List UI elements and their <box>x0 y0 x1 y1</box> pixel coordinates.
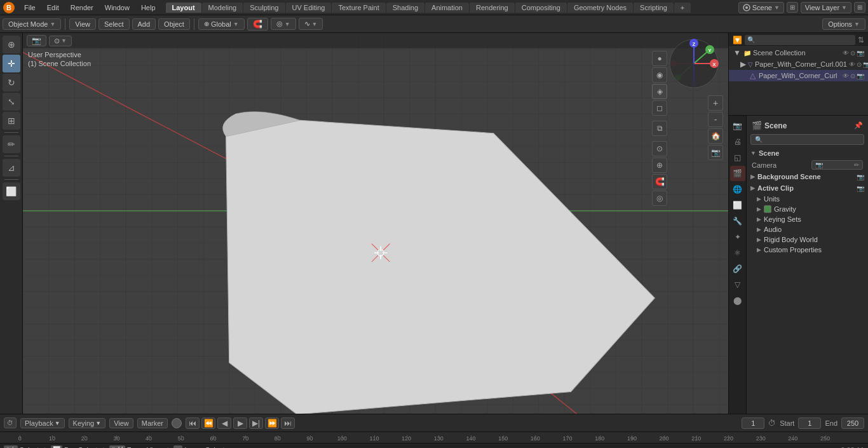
props-output-icon-btn[interactable]: 🖨 <box>730 134 745 149</box>
viewport-overlays-btn[interactable]: ⊙ ▼ <box>49 36 72 46</box>
vp-gizmo-btn[interactable]: ⊕ <box>652 158 667 173</box>
item1-render-icon[interactable]: 📷 <box>857 72 864 79</box>
vp-shading-wireframe-btn[interactable]: ◻ <box>652 100 667 116</box>
workspace-tab-sculpting[interactable]: Sculpting <box>243 3 285 13</box>
move-tool-btn[interactable]: ✛ <box>3 55 20 72</box>
snap-toggle[interactable]: 🧲 <box>247 18 268 31</box>
start-frame-input[interactable]: 1 <box>798 417 821 429</box>
transform-tool-btn[interactable]: ⊞ <box>3 112 20 130</box>
workspace-tab-rendering[interactable]: Rendering <box>470 3 515 13</box>
props-search-bar[interactable]: 🔍 <box>750 134 864 145</box>
menu-help[interactable]: Help <box>136 3 161 13</box>
graph-btn[interactable]: ∿ ▼ <box>299 18 323 30</box>
camera-view-btn[interactable]: 📷 <box>708 145 723 160</box>
vp-overlay-btn[interactable]: ⊙ <box>652 141 667 156</box>
prev-keyframe-btn[interactable]: ◀ <box>217 417 231 429</box>
vp-shading-solid-btn[interactable]: ● <box>652 51 667 66</box>
viewport-camera-btn[interactable]: 📷 <box>27 35 46 46</box>
transform-orientation[interactable]: ⊕ Global ▼ <box>198 18 245 30</box>
jump-start-btn[interactable]: ⏮ <box>186 417 200 429</box>
step-forward-btn[interactable]: ⏩ <box>265 417 279 429</box>
current-frame-input[interactable]: 1 <box>742 417 764 429</box>
add-workspace-btn[interactable]: + <box>674 3 691 13</box>
workspace-tab-layout[interactable]: Layout <box>166 3 201 13</box>
scene-toggle-btn[interactable]: ⊞ <box>787 2 798 13</box>
menu-render[interactable]: Render <box>65 3 98 13</box>
vp-shading-rendered-btn[interactable]: ◈ <box>652 84 667 99</box>
play-btn[interactable]: ▶ <box>233 417 247 429</box>
mode-selector[interactable]: Object Mode ▼ <box>3 18 61 30</box>
jump-end-btn[interactable]: ⏭ <box>281 417 295 429</box>
add-cube-tool-btn[interactable]: ⬜ <box>3 182 20 200</box>
scale-tool-btn[interactable]: ⤡ <box>3 93 20 111</box>
record-btn[interactable] <box>172 418 182 428</box>
camera-icon[interactable]: 📷 <box>857 50 864 57</box>
vp-shading-material-btn[interactable]: ◉ <box>652 67 667 83</box>
item0-select-icon[interactable]: ⊙ <box>857 61 862 68</box>
background-scene-section-header[interactable]: ▶ Background Scene 📷 <box>747 171 868 182</box>
select-menu[interactable]: Select <box>98 18 130 30</box>
outliner-item-0[interactable]: ▶ ▽ Paper_With_Corner_Curl.001 👁 ⊙ 📷 <box>729 58 868 70</box>
camera-edit-icon[interactable]: ✏ <box>854 161 859 168</box>
audio-section-header[interactable]: ▶ Audio <box>747 224 868 234</box>
timeline-type-btn[interactable]: ⏱ <box>4 417 17 428</box>
workspace-tab-modeling[interactable]: Modeling <box>202 3 243 13</box>
properties-pin-icon[interactable]: 📌 <box>854 121 863 130</box>
view-layer-toggle-btn[interactable]: ⊞ <box>854 2 865 13</box>
vp-proportional-btn[interactable]: ◎ <box>652 191 667 206</box>
outliner-search[interactable]: 🔍 <box>745 35 855 45</box>
timeline-ruler[interactable]: 0102030405060708090100110120130140150160… <box>0 431 868 443</box>
object-menu[interactable]: Object <box>158 18 190 30</box>
measure-tool-btn[interactable]: ⊿ <box>3 159 20 177</box>
annotate-tool-btn[interactable]: ✏ <box>3 135 20 153</box>
props-physics-icon-btn[interactable]: ⚛ <box>730 245 745 261</box>
options-btn[interactable]: Options ▼ <box>822 18 865 30</box>
view-menu[interactable]: View <box>69 18 96 30</box>
zoom-out-btn[interactable]: - <box>708 112 723 127</box>
marker-menu[interactable]: Marker <box>137 418 168 428</box>
props-constraints-icon-btn[interactable]: 🔗 <box>730 261 745 276</box>
next-keyframe-btn[interactable]: ▶| <box>249 417 263 429</box>
props-render-icon-btn[interactable]: 📷 <box>730 118 745 133</box>
item1-visibility-icon[interactable]: 👁 <box>843 72 849 79</box>
end-frame-input[interactable]: 250 <box>841 417 864 429</box>
status-select[interactable]: 🖱L Select <box>4 445 39 448</box>
zoom-in-btn[interactable]: + <box>708 95 723 111</box>
workspace-tab-animation[interactable]: Animation <box>425 3 469 13</box>
select-icon[interactable]: ⊙ <box>850 50 855 57</box>
rotate-tool-btn[interactable]: ↻ <box>3 74 20 92</box>
workspace-tab-scripting[interactable]: Scripting <box>634 3 674 13</box>
scene-selector[interactable]: Scene ▼ <box>738 2 784 13</box>
props-view-layer-icon-btn[interactable]: ◱ <box>730 150 745 165</box>
proportional-edit[interactable]: ◎ ▼ <box>271 18 296 30</box>
gravity-section-header[interactable]: ▶ Gravity <box>747 204 868 214</box>
eye-icon[interactable]: 👁 <box>843 50 849 57</box>
keying-menu[interactable]: Keying ▼ <box>69 418 106 428</box>
workspace-tab-texture-paint[interactable]: Texture Paint <box>332 3 385 13</box>
outliner-item-1[interactable]: △ Paper_With_Corner_Curl 👁 ⊙ 📷 <box>729 70 868 81</box>
item0-visibility-icon[interactable]: 👁 <box>849 61 855 68</box>
props-data-icon-btn[interactable]: ▽ <box>730 277 745 292</box>
outliner-scene-collection[interactable]: ▼ 📁 Scene Collection 👁 ⊙ 📷 <box>729 47 868 58</box>
view-layer-selector[interactable]: View Layer ▼ <box>801 2 851 13</box>
item1-select-icon[interactable]: ⊙ <box>850 72 855 79</box>
workspace-tab-uv[interactable]: UV Editing <box>286 3 332 13</box>
status-box-select[interactable]: ⬜ Box Select <box>51 445 98 448</box>
navigate-btn[interactable]: 🏠 <box>708 128 723 144</box>
status-lasso-select[interactable]: ✂ Lasso Select <box>173 445 224 448</box>
workspace-tab-geometry-nodes[interactable]: Geometry Nodes <box>567 3 633 13</box>
units-section-header[interactable]: ▶ Units <box>747 194 868 204</box>
view-menu-tl[interactable]: View <box>109 418 133 428</box>
viewport[interactable]: 📷 ⊙ ▼ User Perspective (1) Scene Collect… <box>23 33 728 414</box>
keying-sets-section-header[interactable]: ▶ Keying Sets <box>747 214 868 224</box>
status-zoom-view[interactable]: 🖱M Zoom View <box>109 445 161 448</box>
props-particles-icon-btn[interactable]: ✦ <box>730 229 745 245</box>
vp-snap-btn[interactable]: 🧲 <box>652 174 667 189</box>
navigation-gizmo[interactable]: Y X Z <box>668 38 723 93</box>
item0-render-icon[interactable]: 📷 <box>863 61 868 68</box>
custom-props-section-header[interactable]: ▶ Custom Properties <box>747 245 868 255</box>
menu-window[interactable]: Window <box>100 3 135 13</box>
active-clip-section-header[interactable]: ▶ Active Clip 📷 <box>747 182 868 194</box>
add-menu[interactable]: Add <box>132 18 156 30</box>
props-modifier-icon-btn[interactable]: 🔧 <box>730 214 745 229</box>
